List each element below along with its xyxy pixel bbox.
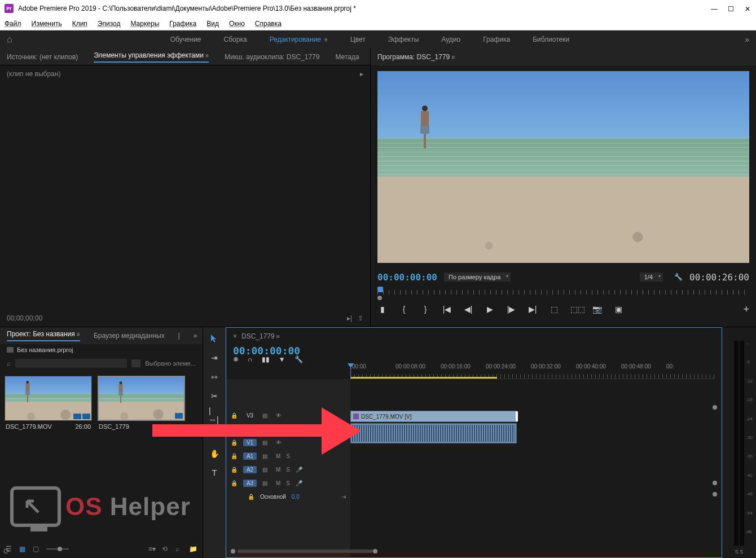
scroll-handle[interactable] (713, 405, 717, 410)
menu-graphics[interactable]: Графика (169, 20, 196, 28)
voiceover-icon[interactable]: 🎤 (296, 480, 302, 486)
hand-tool[interactable]: ✋ (209, 448, 220, 459)
snap-toggle-icon[interactable]: ❄ (233, 355, 239, 363)
menu-clip[interactable]: Клип (72, 20, 87, 28)
workspace-graphics[interactable]: Графика (483, 36, 510, 43)
menu-view[interactable]: Вид (206, 20, 219, 28)
icon-view-button[interactable]: ▦ (19, 545, 27, 553)
track-a3[interactable]: A3 (243, 480, 257, 487)
go-to-in-button[interactable]: |◀ (442, 305, 452, 314)
track-v1[interactable]: V1 (243, 439, 257, 446)
workspace-edit-menu-icon[interactable]: ≡ (324, 37, 328, 43)
compare-button[interactable]: ▣ (613, 305, 623, 314)
tab-fx-menu-icon[interactable]: ≡ (205, 52, 209, 59)
track-v3[interactable]: V3 (243, 412, 257, 419)
close-button[interactable]: ✕ (745, 5, 751, 12)
step-forward-button[interactable]: |▶ (506, 305, 516, 314)
track-a2[interactable]: A2 (243, 466, 257, 473)
scroll-handle[interactable] (713, 481, 717, 485)
tab-program[interactable]: Программа: DSC_1779 ≡ (377, 53, 455, 61)
step-back-button[interactable]: ◀| (463, 305, 473, 314)
program-viewport[interactable] (377, 71, 749, 263)
sync-lock-icon[interactable]: ▤ (262, 480, 270, 486)
tab-metadata[interactable]: Метада (335, 53, 359, 61)
workspace-overflow-icon[interactable]: » (745, 35, 749, 44)
lock-icon[interactable]: 🔒 (231, 440, 238, 446)
lock-icon[interactable]: 🔒 (231, 480, 238, 486)
voiceover-icon[interactable]: 🎤 (296, 467, 302, 473)
lock-icon[interactable]: 🔒 (231, 453, 238, 459)
solo-button[interactable]: S (286, 453, 290, 459)
sync-lock-icon[interactable]: ▤ (262, 467, 270, 472)
timeline-timecode[interactable]: 00:00:00:00 (233, 345, 326, 357)
tab-effect-controls[interactable]: Элементы управления эффектами ≡ (94, 51, 209, 63)
minimize-button[interactable]: — (711, 5, 718, 12)
timeline-zoom-scroll[interactable] (231, 548, 715, 554)
sequence-tab[interactable]: DSC_1779 ≡ (241, 332, 280, 340)
auto-match-icon[interactable]: ⟲ (162, 545, 170, 553)
src-export-icon[interactable]: ⇪ (358, 314, 363, 322)
timeline-settings-icon[interactable]: 🔧 (295, 355, 303, 363)
workspace-learn[interactable]: Обучение (170, 36, 201, 43)
lock-icon[interactable]: 🔒 (231, 412, 238, 419)
sync-lock-icon[interactable]: ▤ (262, 440, 270, 445)
track-a1-patch[interactable]: A1 (243, 452, 257, 460)
go-to-end-icon[interactable]: ⇥ (341, 494, 346, 500)
workspace-libraries[interactable]: Библиотеки (533, 36, 569, 43)
program-zoom-select[interactable]: По размеру кадра (444, 273, 511, 282)
new-bin-button[interactable]: 📁 (189, 545, 197, 553)
workspace-audio[interactable]: Аудио (441, 36, 460, 43)
type-tool[interactable]: T (209, 467, 220, 478)
eye-icon[interactable]: 👁 (276, 426, 282, 432)
ripple-edit-tool[interactable]: ⇿ (209, 371, 220, 383)
lock-icon[interactable]: 🔒 (248, 494, 254, 500)
tab-project[interactable]: Проект: Без названия ≡ (7, 330, 80, 341)
workspace-effects[interactable]: Эффекты (388, 36, 419, 43)
sequence-close-icon[interactable]: × (233, 332, 237, 340)
linked-selection-icon[interactable]: ∩ (248, 355, 253, 363)
tab-source[interactable]: Источник: (нет клипов) (7, 53, 78, 61)
play-button[interactable]: ▶ (485, 305, 495, 314)
home-icon[interactable]: ⌂ (7, 34, 12, 45)
workspace-assembly[interactable]: Сборка (224, 36, 247, 43)
project-search-input[interactable] (15, 359, 127, 368)
menu-window[interactable]: Окно (229, 20, 245, 28)
program-scrubber[interactable] (377, 285, 749, 299)
razor-tool[interactable]: ✂ (209, 390, 220, 402)
meter-solo[interactable]: S S (724, 549, 754, 555)
timeline-marker-icon[interactable]: ▼ (279, 355, 285, 363)
mute-button[interactable]: M (276, 453, 280, 459)
extract-button[interactable]: ⬚⬚ (570, 305, 581, 314)
go-to-out-button[interactable]: ▶| (528, 305, 538, 314)
sort-icon[interactable]: ≡▾ (148, 545, 156, 553)
button-editor-icon[interactable]: + (743, 304, 749, 315)
sync-lock-icon[interactable]: ▤ (262, 453, 270, 459)
menu-edit[interactable]: Изменить (32, 20, 62, 28)
menu-sequence[interactable]: Эпизод (98, 20, 121, 28)
program-timecode[interactable]: 00:00:00:00 (377, 272, 437, 283)
sync-settings-icon[interactable]: ⟳ (3, 547, 10, 556)
mark-in-button[interactable]: { (399, 305, 409, 314)
lock-icon[interactable]: 🔒 (231, 426, 238, 432)
video-clip[interactable]: DSC_1779.MOV [V] (350, 411, 517, 422)
bin-item[interactable]: DSC_1779.MOV26:00 (5, 376, 92, 432)
freeform-view-button[interactable]: ▢ (33, 545, 41, 553)
add-marker-button[interactable]: ▮ (377, 305, 388, 314)
master-value[interactable]: 0,0 (292, 494, 300, 500)
eye-icon[interactable]: 👁 (276, 440, 282, 446)
track-select-tool[interactable]: ⇥ (209, 352, 220, 363)
new-bin-icon[interactable] (131, 359, 140, 367)
selection-tool[interactable] (209, 333, 220, 344)
lock-icon[interactable]: 🔒 (231, 467, 238, 473)
menu-markers[interactable]: Маркеры (130, 20, 159, 28)
find-icon[interactable]: ⌕ (175, 545, 183, 553)
src-go-icon[interactable]: ▸| (347, 314, 352, 322)
lift-button[interactable]: ⬚ (549, 305, 559, 314)
tab-audio-mixer[interactable]: Микш. аудиоклипа: DSC_1779 (225, 53, 319, 61)
thumbnail-size-slider[interactable] (46, 548, 69, 550)
timeline-tracks[interactable]: DSC_1779.MOV [V] (350, 379, 722, 557)
project-overflow-icon[interactable]: » (194, 332, 197, 340)
menu-help[interactable]: Справка (255, 20, 282, 28)
add-marker-icon[interactable]: ▮▮ (262, 355, 270, 363)
maximize-button[interactable]: ☐ (728, 5, 735, 12)
